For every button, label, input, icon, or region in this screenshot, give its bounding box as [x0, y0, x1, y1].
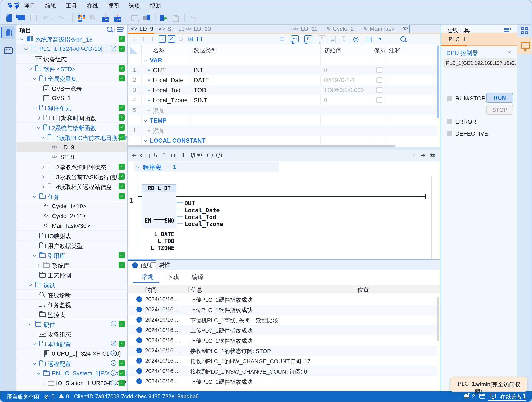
subtab-general[interactable]: 常规 — [142, 273, 153, 281]
tab-maintask[interactable]: ↻MainTask — [364, 25, 394, 33]
chevron-down-icon[interactable] — [25, 47, 28, 51]
chevron-down-icon[interactable] — [37, 126, 40, 129]
chevron-down-icon[interactable] — [136, 166, 139, 169]
var-section-temp[interactable]: TEMP — [128, 115, 437, 126]
download-icon[interactable]: ↧ — [339, 34, 348, 44]
chevron-down-icon[interactable] — [41, 136, 44, 139]
out-var-local-tzone[interactable]: Local_Tzone — [184, 221, 223, 227]
chevron-down-icon[interactable] — [29, 283, 32, 286]
tree-item-8[interactable]: 1日期和时间函数 — [16, 113, 127, 122]
retain-checkbox[interactable] — [376, 97, 382, 103]
upload-from-plc-icon[interactable]: ↑ — [113, 13, 122, 23]
tree-item-6[interactable]: GVS_1 — [16, 93, 127, 103]
chevron-down-icon[interactable] — [144, 59, 147, 62]
tree-item-1[interactable]: PLC_1[T324-XP-CD-10] — [16, 44, 127, 54]
tab-ld_9[interactable]: </>LD_9× — [131, 25, 162, 33]
tree-item-33[interactable]: 远程配置 — [16, 358, 127, 368]
chevron-down-icon[interactable] — [144, 119, 147, 122]
tree-item-28[interactable]: 监控表 — [16, 309, 127, 319]
notifications-icon[interactable] — [464, 394, 469, 397]
tree-item-12[interactable]: ST_9 — [16, 152, 127, 162]
message-scrollbar[interactable] — [437, 297, 439, 341]
tree-item-23[interactable]: 系统库 — [16, 260, 127, 270]
var-row[interactable]: 1添加 — [128, 126, 437, 135]
tab-ld_10[interactable]: </>LD_10 — [185, 25, 211, 33]
tab-ld_11[interactable]: </>LD_11 — [292, 25, 318, 33]
tree-item-30[interactable]: 设备组态 — [16, 329, 127, 339]
chevron-down-icon[interactable] — [29, 323, 32, 326]
var-name[interactable]: 添加 — [153, 107, 165, 115]
branch-down-icon[interactable]: ↳ — [152, 150, 160, 160]
menu-icon[interactable]: ≡ — [277, 34, 286, 44]
tree-item-18[interactable]: Cycle_2<11> — [16, 211, 127, 221]
message-row[interactable]: i2024/10/16 ...上传PLC_1硬件指纹成功 — [128, 294, 437, 305]
var-name[interactable]: 添加 — [153, 127, 165, 135]
chevron-right-icon[interactable] — [37, 264, 40, 267]
chevron-down-icon[interactable] — [20, 38, 23, 41]
run-button[interactable]: RUN — [486, 93, 513, 103]
sync-shuffle-icon[interactable] — [189, 13, 198, 23]
tree-item-5[interactable]: GVS一览表 — [16, 83, 127, 93]
menu-item-5[interactable]: 选项 — [128, 2, 140, 10]
compile-clear-icon[interactable] — [89, 13, 98, 23]
menu-item-4[interactable]: 视图 — [108, 2, 119, 10]
var-row[interactable]: 4Local_TzoneSINT0 — [128, 95, 437, 105]
chevron-down-icon[interactable] — [29, 67, 32, 70]
var-row[interactable]: 2Local_DateDATED#1970-1-1 — [128, 75, 437, 85]
online-tools-tab[interactable] — [517, 38, 532, 54]
export-icon[interactable]: ↗ — [167, 34, 176, 44]
compile-icon[interactable] — [76, 13, 86, 23]
tree-item-24[interactable]: 工艺控制 — [16, 270, 127, 280]
chevron-down-icon[interactable] — [37, 372, 40, 375]
activity-item-project[interactable] — [2, 26, 15, 39]
new-file-icon[interactable] — [5, 13, 14, 23]
chevron-right-icon[interactable] — [37, 116, 40, 119]
network-header[interactable]: 程序段 1 — [134, 162, 279, 172]
insert-block-icon[interactable]: ◫ — [143, 150, 152, 160]
coil-negated-icon[interactable]: (/) — [215, 150, 223, 160]
move-down-icon[interactable]: ↓ — [148, 34, 157, 44]
chevron-down-icon[interactable] — [33, 362, 36, 365]
tree-item-20[interactable]: IO映射表 — [16, 231, 127, 241]
tree-item-0[interactable]: 系统库高级指令pn_18 — [16, 34, 127, 44]
tree-item-10[interactable]: 1读取PLC当前本地日期和时间 — [16, 132, 127, 142]
out-var-local-tod[interactable]: Local_Tod — [184, 214, 216, 220]
chevron-down-icon[interactable] — [33, 254, 36, 257]
stop-button[interactable]: STOP — [486, 105, 513, 115]
search-icon[interactable] — [107, 26, 112, 32]
chevron-right-icon[interactable] — [41, 382, 44, 385]
message-row[interactable]: i2024/10/16 ...上传PLC_1软件指纹成功 — [128, 335, 437, 345]
retain-checkbox[interactable] — [376, 77, 382, 83]
comment-list-icon[interactable]: ⋯ — [290, 34, 299, 44]
out-var-out[interactable]: OUT — [184, 200, 195, 206]
delete-row-icon[interactable]: ⊟ — [195, 34, 204, 44]
message-row[interactable]: i2024/10/16 ...接收到PLC_1的状态订阅: STOP — [128, 345, 437, 356]
warning-icon[interactable] — [58, 394, 64, 398]
error-count-icon[interactable]: ⊗ — [44, 393, 49, 400]
goto-end-icon[interactable]: ⇥ — [419, 150, 427, 160]
message-row[interactable]: i2024/10/16 ...上传PLC_1硬件指纹成功 — [128, 376, 437, 387]
var-table-vscrollbar[interactable] — [437, 45, 439, 118]
contact-not-icon[interactable]: NOT — [196, 150, 204, 160]
code-view-icon[interactable]: </> — [401, 26, 408, 31]
step-forward-icon[interactable]: › — [409, 150, 418, 160]
monitor-icon[interactable]: ◎ — [351, 34, 361, 44]
tree-item-16[interactable]: 任务 — [16, 191, 127, 201]
tree-item-15[interactable]: 4读取相关远程站信息 — [16, 182, 127, 191]
ladder-canvas[interactable]: 程序段 1 1 RD_L_DT EN ENO L_DATE L_TOD L_TZ… — [128, 161, 440, 260]
panel-menu-icon[interactable] — [504, 28, 511, 33]
message-row[interactable]: i2024/10/16 ...下位机PLC_1离线, 关闭一致性比较 — [128, 315, 437, 325]
views-grid-icon[interactable] — [521, 27, 529, 34]
chevron-right-icon[interactable] — [41, 166, 44, 168]
swap-icon[interactable]: ⇆ — [428, 150, 437, 160]
pane-splitter[interactable] — [128, 147, 440, 150]
chevron-down-icon[interactable] — [33, 195, 36, 198]
chevron-down-icon[interactable] — [33, 77, 36, 80]
tab-cycle_2[interactable]: ↻Cycle_2 — [327, 25, 354, 33]
tree-item-13[interactable]: 2读取系统时钟状态 — [16, 162, 127, 172]
var-row[interactable]: 1OUTINT0 — [128, 65, 437, 75]
coil-icon[interactable]: ( ) — [206, 150, 214, 160]
message-row[interactable]: i2024/10/16 ...接收到PLC_1的HW_CHANGE_COUNT订… — [128, 356, 437, 366]
tree-item-31[interactable]: 本地配置 — [16, 339, 127, 349]
subtab-download[interactable]: 下载 — [167, 273, 179, 281]
